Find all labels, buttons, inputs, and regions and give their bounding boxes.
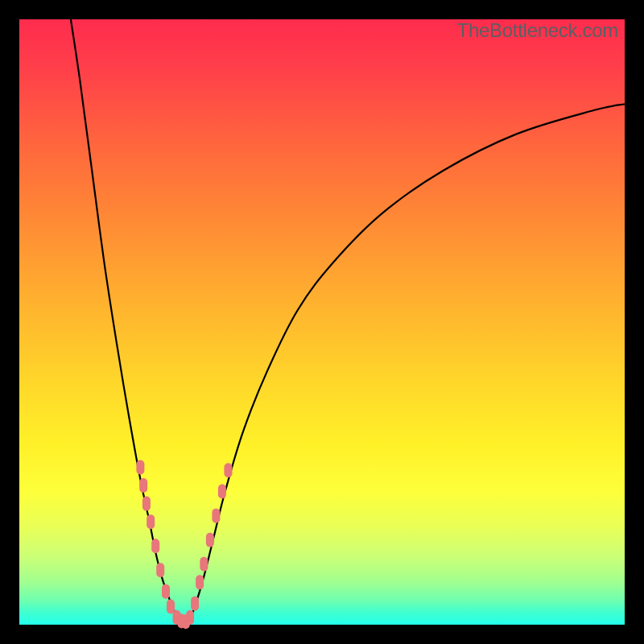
marker-point xyxy=(196,575,204,589)
marker-point xyxy=(139,478,147,493)
curve-right-branch xyxy=(189,104,625,621)
marker-point xyxy=(186,610,194,625)
chart-svg xyxy=(19,19,625,625)
marker-point xyxy=(167,599,175,613)
plot-area: TheBottleneck.com xyxy=(19,19,625,625)
marker-point xyxy=(142,497,151,511)
marker-point xyxy=(206,533,214,547)
marker-point xyxy=(224,463,232,477)
marker-point xyxy=(151,539,159,553)
marker-group xyxy=(136,460,232,629)
marker-point xyxy=(191,597,199,611)
marker-point xyxy=(218,485,226,499)
marker-point xyxy=(147,514,155,529)
marker-point xyxy=(200,557,208,572)
curve-left-branch xyxy=(71,19,180,621)
marker-point xyxy=(212,509,220,523)
marker-point xyxy=(162,584,170,599)
marker-point xyxy=(136,460,144,474)
marker-point xyxy=(156,563,164,577)
